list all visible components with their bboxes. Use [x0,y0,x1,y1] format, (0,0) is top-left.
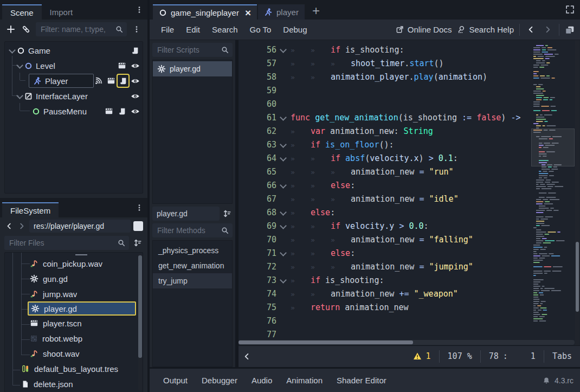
member-sort-icon[interactable] [222,208,233,219]
zoom-indicator[interactable]: 107 % [439,350,480,363]
code-line-60[interactable]: 60 [239,97,530,111]
line-number[interactable]: 73 [239,275,276,285]
badge-signal[interactable] [94,75,104,86]
collapse-arrow-icon[interactable] [8,46,17,55]
scene-node-player[interactable]: Player [5,73,143,88]
line-number[interactable]: 69 [239,221,276,231]
menu-go-to[interactable]: Go To [244,25,278,34]
code-line-73[interactable]: 73»if is_shooting: [239,273,530,287]
badge-movie[interactable] [117,60,127,71]
close-tab-icon[interactable]: × [245,8,251,18]
scene-node-level[interactable]: Level [5,58,143,73]
file-robot-webp[interactable]: robot.webp [5,331,143,346]
line-number[interactable]: 62 [239,126,276,136]
scene-node-interfacelayer[interactable]: InterfaceLayer [5,88,143,104]
code-line-61[interactable]: 61func get_new_animation(is_shooting := … [239,111,530,124]
scene-node-pausemenu[interactable]: PauseMenu [5,104,143,119]
line-number[interactable]: 58 [239,72,276,82]
menu-search[interactable]: Search [206,25,244,34]
tab-import[interactable]: Import [42,4,81,20]
bottom-panel-debugger[interactable]: Debugger [195,372,244,388]
line-number[interactable]: 57 [239,59,276,68]
add-scene-tab-icon[interactable]: + [310,4,322,20]
fold-arrow-icon[interactable] [276,208,291,217]
line-number[interactable]: 59 [239,86,276,95]
tab-scene[interactable]: Scene [2,4,42,20]
code-vertical-scrollbar[interactable] [575,40,579,345]
scene-tree-menu-icon[interactable] [131,24,142,35]
line-number[interactable]: 72 [239,262,276,272]
method-item-_physics_process[interactable]: _physics_process [153,243,232,258]
distraction-free-icon[interactable] [565,5,575,14]
fold-arrow-icon[interactable] [276,222,291,230]
bottom-panel-audio[interactable]: Audio [244,372,279,388]
collapse-arrow-icon[interactable] [16,61,24,70]
scene-tab-game_singleplayer[interactable]: game_singleplayer× [153,4,257,20]
code-line-65[interactable]: 65»»»animation_new = "run" [239,165,530,178]
fold-arrow-icon[interactable] [276,181,291,190]
instance-scene-link-icon[interactable] [21,24,31,35]
minimap[interactable] [531,40,575,345]
bottom-panel-animation[interactable]: Animation [279,372,330,388]
menu-file[interactable]: File [155,25,180,34]
filesystem-scroll-grabber[interactable] [138,255,142,358]
code-line-71[interactable]: 71»»else: [239,246,530,260]
file-player-gd[interactable]: player.gd [28,301,136,316]
bottom-panel-shader-editor[interactable]: Shader Editor [330,372,394,388]
file-delete-json[interactable]: delete.json [5,376,143,391]
fold-arrow-icon[interactable] [276,140,291,149]
script-forward-icon[interactable] [542,25,553,34]
code-line-66[interactable]: 66»»else: [239,178,530,192]
code-line-76[interactable]: 76 [239,314,530,327]
toggle-scripts-panel-icon[interactable] [243,352,251,361]
badge-movie[interactable] [106,75,116,86]
menu-debug[interactable]: Debug [277,25,313,34]
file-filter-input[interactable] [8,238,115,248]
badge-script[interactable] [118,75,128,86]
file-default_bus_layout-tres[interactable]: default_bus_layout.tres [5,361,143,376]
history-forward-icon[interactable] [17,221,27,231]
script-back-icon[interactable] [525,25,537,34]
scene-dock-menu-icon[interactable] [136,6,143,14]
badge-script[interactable] [130,45,140,56]
code-line-72[interactable]: 72»»»animation_new = "jumping" [239,260,530,273]
scene-node-game[interactable]: Game [5,43,143,58]
file-jump-wav[interactable]: jump.wav [5,286,143,301]
file-gun-gd[interactable]: gun.gd [5,271,143,286]
file-player-tscn[interactable]: player.tscn [5,316,143,331]
line-number[interactable]: 56 [239,45,276,55]
fold-arrow-icon[interactable] [276,154,291,163]
code-editor[interactable]: 56»»if is_shooting:57»»»shoot_timer.star… [239,40,580,345]
code-line-59[interactable]: 59 [239,83,530,97]
badge-movie[interactable] [104,106,114,117]
visibility-toggle[interactable] [130,91,140,101]
visibility-toggle[interactable] [130,60,140,71]
line-number[interactable]: 67 [239,194,276,204]
code-line-62[interactable]: 62»var animation_new: String [239,124,530,138]
filter-methods-input[interactable] [156,226,221,235]
horizontal-scroll-grabber[interactable] [239,340,413,344]
notification-bell-icon[interactable] [543,377,550,384]
fold-arrow-icon[interactable] [276,276,291,285]
line-number[interactable]: 70 [239,235,276,245]
line-number[interactable]: 66 [239,181,276,190]
code-line-67[interactable]: 67»»»animation_new = "idle" [239,192,530,205]
scene-filter-input[interactable] [40,24,113,34]
method-item-get_new_animation[interactable]: get_new_animation [153,258,232,273]
fold-arrow-icon[interactable] [276,249,291,258]
line-number[interactable]: 65 [239,167,276,177]
panel-layout-icon[interactable] [565,25,575,35]
method-item-try_jump[interactable]: try_jump [153,273,232,288]
warnings-indicator[interactable]: 1 [405,350,439,363]
line-number[interactable]: 60 [239,99,276,109]
line-number[interactable]: 76 [239,316,276,326]
online-docs-button[interactable]: Online Docs [396,25,452,34]
visibility-toggle[interactable] [130,106,140,117]
code-line-58[interactable]: 58»»animation_player.play(animation) [239,70,530,83]
code-line-56[interactable]: 56»»if is_shooting: [239,43,530,56]
script-item-player-gd[interactable]: player.gd [153,61,232,76]
code-horizontal-scrollbar[interactable] [239,340,575,345]
line-number[interactable]: 74 [239,289,276,299]
line-number[interactable]: 77 [239,330,276,339]
fold-arrow-icon[interactable] [276,113,291,122]
